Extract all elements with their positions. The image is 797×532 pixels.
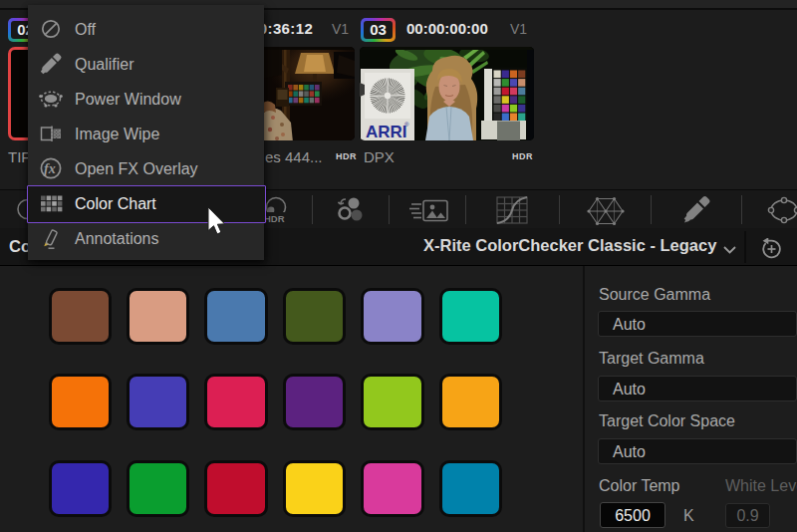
svg-text:ARRI: ARRI — [366, 123, 407, 140]
svg-text:HDR: HDR — [264, 213, 285, 224]
svg-text:®: ® — [404, 122, 409, 128]
